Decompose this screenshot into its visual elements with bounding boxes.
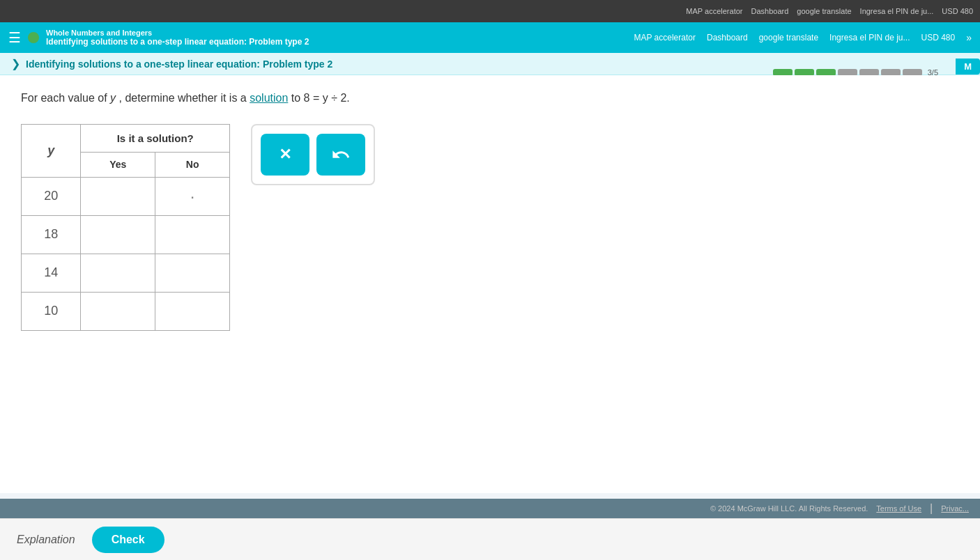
google-translate-nav[interactable]: google translate (759, 33, 818, 42)
hamburger-icon[interactable]: ☰ (8, 29, 21, 46)
undo-icon (331, 145, 351, 164)
solution-table: y Is it a solution? Yes No 20 18 (21, 124, 230, 331)
check-button[interactable]: Check (92, 527, 164, 553)
y-value-10: 10 (22, 292, 81, 330)
table-and-buttons: y Is it a solution? Yes No 20 18 (21, 124, 959, 345)
question-text-after: to 8 = y ÷ 2. (291, 92, 350, 104)
y-value-18: 18 (22, 215, 81, 254)
yes-cell-14[interactable] (81, 254, 155, 292)
yes-column-header: Yes (81, 152, 155, 177)
table-row: 18 (22, 215, 230, 254)
header-left: ☰ Whole Numbers and Integers Identifying… (8, 29, 309, 47)
pin-nav[interactable]: Ingresa el PIN de ju... (829, 33, 910, 42)
main-content: For each value of y , determine whether … (0, 75, 980, 493)
usd-link[interactable]: USD 480 (942, 7, 973, 15)
question-text: For each value of y , determine whether … (21, 89, 959, 107)
x-button[interactable]: ✕ (261, 134, 309, 176)
chevron-down-icon[interactable]: ❯ (11, 57, 20, 70)
yes-cell-10[interactable] (81, 292, 155, 330)
browser-bar: MAP accelerator Dashboard google transla… (0, 0, 980, 22)
copyright-text: © 2024 McGraw Hill LLC. All Rights Reser… (710, 504, 868, 513)
usd-nav: USD 480 (921, 33, 956, 42)
map-accelerator-nav[interactable]: MAP accelerator (634, 33, 695, 42)
explanation-label[interactable]: Explanation (17, 534, 75, 546)
no-column-header: No (155, 152, 230, 177)
dashboard-link[interactable]: Dashboard (751, 7, 788, 15)
footer-bar: © 2024 McGraw Hill LLC. All Rights Reser… (0, 499, 980, 518)
variable-y: y (110, 92, 116, 104)
expand-icon[interactable]: » (966, 32, 972, 43)
action-panel: ✕ (251, 124, 375, 185)
no-cell-14[interactable] (155, 254, 230, 292)
yes-cell-18[interactable] (81, 215, 155, 254)
map-accelerator-link[interactable]: MAP accelerator (686, 7, 742, 15)
is-solution-header: Is it a solution? (81, 124, 230, 152)
header-bar: ☰ Whole Numbers and Integers Identifying… (0, 22, 980, 53)
sub-header-title: Identifying solutions to a one-step line… (26, 59, 332, 70)
no-cell-10[interactable] (155, 292, 230, 330)
no-cell-20[interactable] (155, 177, 230, 215)
undo-button[interactable] (316, 134, 365, 176)
google-translate-link[interactable]: google translate (797, 7, 851, 15)
y-value-14: 14 (22, 254, 81, 292)
no-cell-18[interactable] (155, 215, 230, 254)
browser-bar-right: MAP accelerator Dashboard google transla… (686, 7, 973, 15)
topic-icon (28, 32, 39, 43)
header-main-title: Identifying solutions to a one-step line… (46, 37, 309, 47)
pin-link[interactable]: Ingresa el PIN de ju... (860, 7, 934, 15)
header-subtitle: Whole Numbers and Integers (46, 29, 309, 37)
footer-separator: | (930, 502, 933, 515)
table-row: 14 (22, 254, 230, 292)
solution-link[interactable]: solution (250, 92, 288, 104)
y-value-20: 20 (22, 177, 81, 215)
yes-cell-20[interactable] (81, 177, 155, 215)
table-row: 10 (22, 292, 230, 330)
question-text-middle: , determine whether it is a (119, 92, 250, 104)
question-text-before: For each value of (21, 92, 110, 104)
privacy-link[interactable]: Privac... (941, 504, 969, 513)
y-column-header: y (22, 124, 81, 177)
dashboard-nav[interactable]: Dashboard (707, 33, 748, 42)
m-button[interactable]: M (956, 59, 980, 75)
bottom-bar: Explanation Check (0, 518, 980, 560)
terms-of-use-link[interactable]: Terms of Use (876, 504, 921, 513)
header-right: MAP accelerator Dashboard google transla… (634, 32, 972, 43)
table-row: 20 (22, 177, 230, 215)
header-title-area: Whole Numbers and Integers Identifying s… (46, 29, 309, 47)
